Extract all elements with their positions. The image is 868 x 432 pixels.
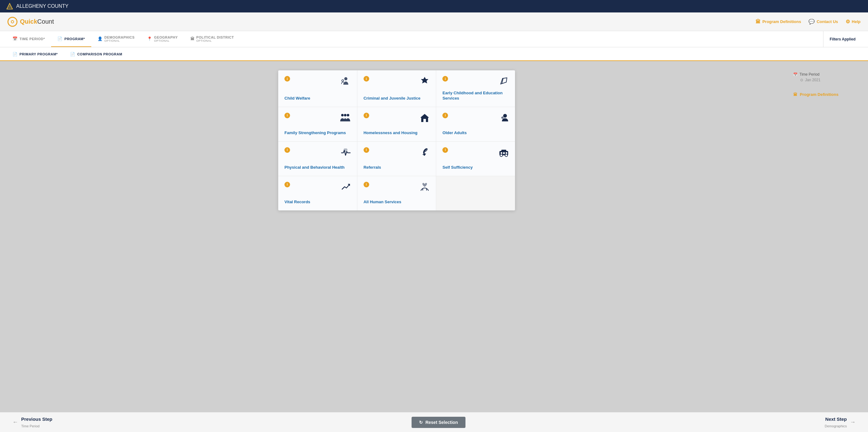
reset-selection-button[interactable]: ↻ Reset Selection [411,417,465,428]
help-label: Help [852,19,861,24]
all-human-services-label: All Human Services [364,200,430,205]
child-welfare-label: Child Welfare [284,96,351,101]
info-icon-physical-behavioral-health[interactable]: i [284,147,290,153]
time-period-tab-icon: 📅 [12,36,18,41]
demographics-tab-label: DEMOGRAPHICS OPTIONAL [104,35,134,42]
svg-text:⏱: ⏱ [501,116,504,120]
grid-cell-homelessness-housing[interactable]: iHomelessness and Housing [358,107,436,141]
family-strengthening-label: Family Strengthening Programs [284,130,351,136]
filters-applied-label: Filters Applied [823,31,862,47]
main-content: iChild WelfareiCriminal and Juvenile Jus… [0,61,868,431]
homelessness-housing-icon [420,113,430,125]
app-name: QuickCount [20,18,54,25]
contact-us-icon: 💬 [808,19,815,25]
comparison-program-subtab-label: COMPARISON PROGRAM [77,52,122,56]
svg-rect-14 [503,152,505,154]
info-icon-all-human-services[interactable]: i [364,182,369,187]
primary-program-subtab-label: PRIMARY PROGRAM* [20,52,58,56]
header-navigation: 🏛 Program Definitions 💬 Contact Us ⚙ Hel… [755,19,861,25]
grid-cell-early-childhood[interactable]: iEarly Childhood and Education Services [436,70,515,107]
help-nav[interactable]: ⚙ Help [845,19,861,25]
referrals-icon [420,147,430,159]
demographics-tab-icon: 👤 [97,36,103,41]
svg-rect-16 [501,150,506,152]
program-grid-container: iChild WelfareiCriminal and Juvenile Jus… [6,67,787,406]
tab-demographics[interactable]: 👤 DEMOGRAPHICS OPTIONAL [91,31,141,47]
program-definitions-nav[interactable]: 🏛 Program Definitions [755,19,801,25]
program-definitions-icon: 🏛 [755,19,761,25]
grid-cell-family-strengthening[interactable]: iFamily Strengthening Programs [278,107,358,141]
next-arrow-icon: → [850,419,856,426]
criminal-juvenile-justice-icon [420,76,430,88]
geography-tab-icon: 📍 [147,36,152,41]
grid-cell-child-welfare[interactable]: iChild Welfare [278,70,358,107]
logo-circle-icon [7,17,18,27]
next-step-group[interactable]: Next Step Demographics → [825,417,856,428]
political-district-tab-label: POLITICAL DISTRICT OPTIONAL [196,35,234,42]
program-tab-label: PROGRAM* [64,37,85,41]
svg-point-4 [344,114,346,117]
sidebar-program-def-icon: 🏛 [793,92,797,97]
sidebar-time-period-icon: 📅 [793,72,798,76]
tab-political-district[interactable]: 🏛 POLITICAL DISTRICT OPTIONAL [184,31,240,47]
grid-row: iPhysical and Behavioral HealthiReferral… [278,142,515,176]
info-icon-referrals[interactable]: i [364,147,369,153]
prev-step-btn[interactable]: Previous Step Time Period [21,417,52,428]
contact-us-nav[interactable]: 💬 Contact Us [808,19,838,25]
info-icon-older-adults[interactable]: i [442,113,448,118]
allegheny-county-logo-icon [6,3,13,10]
older-adults-label: Older Adults [442,130,509,136]
self-sufficiency-icon [499,147,509,159]
political-district-tab-icon: 🏛 [190,36,195,41]
self-sufficiency-label: Self Sufficiency [442,165,509,170]
program-grid: iChild WelfareiCriminal and Juvenile Jus… [278,70,515,210]
info-icon-vital-records[interactable]: i [284,182,290,187]
info-icon-homelessness-housing[interactable]: i [364,113,369,118]
tab-geography[interactable]: 📍 GEOGRAPHY OPTIONAL [141,31,184,47]
info-icon-criminal-juvenile-justice[interactable]: i [364,76,369,81]
prev-arrow-icon: ← [12,419,18,426]
prev-step-group[interactable]: ← Previous Step Time Period [12,417,52,428]
grid-cell-older-adults[interactable]: i⏱Older Adults [436,107,515,141]
sub-tab-comparison-program[interactable]: 📄 COMPARISON PROGRAM [64,48,128,61]
grid-cell-referrals[interactable]: iReferrals [358,142,436,176]
right-sidebar: 📅 Time Period ⊙ Jan 2021 🏛 Program Defin… [793,67,862,406]
info-icon-child-welfare[interactable]: i [284,76,290,81]
criminal-juvenile-justice-label: Criminal and Juvenile Justice [364,96,430,101]
family-strengthening-icon [340,113,351,125]
grid-row: iChild WelfareiCriminal and Juvenile Jus… [278,70,515,107]
prev-step-sub: Time Period [21,424,39,428]
sidebar-time-period-value: ⊙ Jan 2021 [793,78,862,82]
contact-us-label: Contact Us [816,19,838,24]
app-logo: QuickCount [7,17,54,27]
help-icon: ⚙ [845,19,850,25]
tab-program[interactable]: 📄 PROGRAM* [51,31,91,47]
reset-label: Reset Selection [425,420,458,425]
svg-point-17 [500,154,502,157]
physical-behavioral-health-icon [341,147,351,159]
grid-cell-criminal-juvenile-justice[interactable]: iCriminal and Juvenile Justice [358,70,436,107]
vital-records-icon [341,182,351,194]
primary-program-subtab-icon: 📄 [12,52,18,57]
grid-cell-empty-cell [436,176,515,210]
vital-records-label: Vital Records [284,200,351,205]
sidebar-time-period-label: Time Period [800,72,819,76]
svg-point-3 [341,114,344,117]
next-step-label: Next Step [825,417,847,422]
info-icon-self-sufficiency[interactable]: i [442,147,448,153]
prev-step-label: Previous Step [21,417,52,422]
grid-cell-self-sufficiency[interactable]: iSelf Sufficiency [436,142,515,176]
info-icon-family-strengthening[interactable]: i [284,113,290,118]
next-step-btn[interactable]: Next Step Demographics [825,417,847,428]
reset-icon: ↻ [419,420,423,425]
header: QuickCount 🏛 Program Definitions 💬 Conta… [0,12,868,31]
top-bar: ALLEGHENY COUNTY [0,0,868,12]
tab-time-period[interactable]: 📅 TIME PERIOD* [6,31,51,47]
grid-cell-all-human-services[interactable]: iAll Human Services [358,176,436,210]
app-name-bold: Quick [20,18,37,25]
info-icon-early-childhood[interactable]: i [442,76,448,81]
sub-tab-primary-program[interactable]: 📄 PRIMARY PROGRAM* [6,48,64,61]
grid-cell-vital-records[interactable]: iVital Records [278,176,358,210]
sidebar-program-definitions[interactable]: 🏛 Program Definitions [793,92,862,97]
grid-cell-physical-behavioral-health[interactable]: iPhysical and Behavioral Health [278,142,358,176]
